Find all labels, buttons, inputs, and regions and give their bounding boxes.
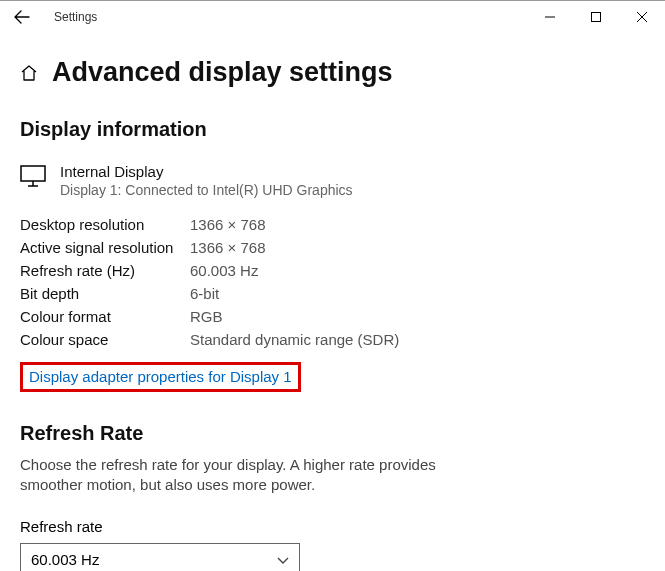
maximize-button[interactable] <box>573 2 619 32</box>
desktop-res-value: 1366 × 768 <box>190 216 266 233</box>
display-info-table: Desktop resolution 1366 × 768 Active sig… <box>20 216 645 348</box>
table-row: Desktop resolution 1366 × 768 <box>20 216 645 233</box>
page-heading-row: Advanced display settings <box>20 57 645 88</box>
maximize-icon <box>591 12 601 22</box>
colour-space-value: Standard dynamic range (SDR) <box>190 331 399 348</box>
desktop-res-label: Desktop resolution <box>20 216 190 233</box>
back-button[interactable] <box>8 3 36 31</box>
section-display-info-heading: Display information <box>20 118 645 141</box>
refresh-rate-value: 60.003 Hz <box>190 262 258 279</box>
colour-format-value: RGB <box>190 308 223 325</box>
display-identity: Internal Display Display 1: Connected to… <box>20 163 645 198</box>
active-res-label: Active signal resolution <box>20 239 190 256</box>
back-arrow-icon <box>14 9 30 25</box>
colour-space-label: Colour space <box>20 331 190 348</box>
active-res-value: 1366 × 768 <box>190 239 266 256</box>
bit-depth-value: 6-bit <box>190 285 219 302</box>
svg-rect-1 <box>21 166 45 181</box>
close-icon <box>637 12 647 22</box>
close-button[interactable] <box>619 2 665 32</box>
table-row: Active signal resolution 1366 × 768 <box>20 239 645 256</box>
table-row: Colour space Standard dynamic range (SDR… <box>20 331 645 348</box>
table-row: Refresh rate (Hz) 60.003 Hz <box>20 262 645 279</box>
section-refresh-heading: Refresh Rate <box>20 422 645 445</box>
window-title: Settings <box>54 10 97 24</box>
window-controls <box>527 2 665 32</box>
minimize-icon <box>545 12 555 22</box>
content-area: Advanced display settings Display inform… <box>0 33 665 571</box>
display-connection: Display 1: Connected to Intel(R) UHD Gra… <box>60 182 353 198</box>
home-icon <box>20 64 38 82</box>
refresh-rate-selected: 60.003 Hz <box>31 551 99 568</box>
refresh-rate-select[interactable]: 60.003 Hz <box>20 543 300 572</box>
minimize-button[interactable] <box>527 2 573 32</box>
refresh-rate-field-label: Refresh rate <box>20 518 645 535</box>
table-row: Colour format RGB <box>20 308 645 325</box>
table-row: Bit depth 6-bit <box>20 285 645 302</box>
page-title: Advanced display settings <box>52 57 393 88</box>
display-adapter-link[interactable]: Display adapter properties for Display 1 <box>29 368 292 385</box>
chevron-down-icon <box>277 551 289 568</box>
refresh-rate-label: Refresh rate (Hz) <box>20 262 190 279</box>
colour-format-label: Colour format <box>20 308 190 325</box>
titlebar: Settings <box>0 1 665 33</box>
monitor-icon <box>20 165 46 187</box>
home-button[interactable] <box>20 64 38 82</box>
callout-highlight: Display adapter properties for Display 1 <box>20 362 301 392</box>
svg-rect-0 <box>592 13 601 22</box>
display-name: Internal Display <box>60 163 353 180</box>
refresh-rate-description: Choose the refresh rate for your display… <box>20 455 460 496</box>
bit-depth-label: Bit depth <box>20 285 190 302</box>
